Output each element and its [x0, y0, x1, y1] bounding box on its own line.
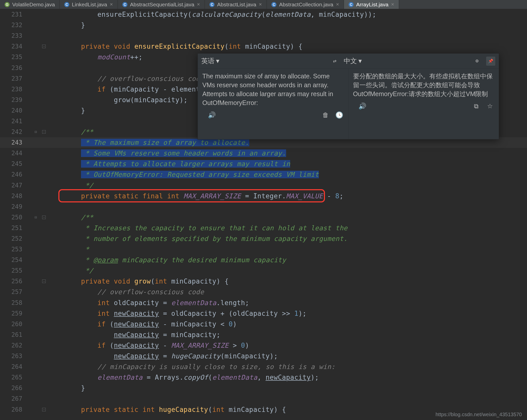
code-line[interactable]: 267 — [0, 393, 527, 404]
code-line[interactable]: 252 * number of elements specified by th… — [0, 233, 527, 244]
line-number: 243 — [0, 139, 30, 146]
trash-icon[interactable]: 🗑 — [321, 111, 330, 119]
code-content: newCapacity = hugeCapacity(minCapacity); — [48, 352, 278, 360]
line-number: 245 — [0, 160, 30, 167]
editor-tab[interactable]: CAbstractCollection.java✕ — [267, 0, 344, 9]
code-content: grow(minCapacity); — [48, 96, 188, 104]
line-number: 250 — [0, 214, 30, 221]
line-number: 242 — [0, 128, 30, 135]
editor-tab[interactable]: CArrayList.java✕ — [344, 0, 399, 9]
code-line[interactable]: 265 elementData = Arrays.copyOf(elementD… — [0, 372, 527, 383]
copy-icon[interactable]: ⧉ — [472, 102, 481, 110]
code-line[interactable]: 256− private void grow(int minCapacity) … — [0, 276, 527, 287]
close-icon[interactable]: ✕ — [110, 2, 113, 7]
editor-tabbar: GVolatileDemo.javaCLinkedList.java✕CAbst… — [0, 0, 527, 9]
code-line[interactable]: 253 * — [0, 244, 527, 255]
code-content: } — [48, 384, 85, 392]
fold-toggle-icon[interactable]: − — [42, 279, 46, 283]
editor-tab[interactable]: CAbstractList.java✕ — [205, 0, 267, 9]
line-number: 258 — [0, 299, 30, 306]
speaker-icon[interactable]: 🔊 — [207, 111, 216, 119]
fold-toggle-icon[interactable]: − — [42, 130, 46, 134]
code-line[interactable]: 251 * Increases the capacity to ensure t… — [0, 223, 527, 233]
star-icon[interactable]: ☆ — [486, 102, 494, 110]
code-line[interactable]: 250⊟− /** — [0, 212, 527, 223]
code-content: if (newCapacity - MAX_ARRAY_SIZE > 0) — [48, 342, 249, 349]
code-line[interactable]: 248 private static final int MAX_ARRAY_S… — [0, 191, 527, 201]
history-icon[interactable]: 🕓 — [335, 111, 344, 119]
code-line[interactable]: 254 * @param minCapacity the desired min… — [0, 255, 527, 265]
gear-icon[interactable]: ⚙ — [472, 57, 482, 66]
line-number: 236 — [0, 64, 30, 72]
source-language-selector[interactable]: 英语▾ — [201, 57, 219, 65]
code-line[interactable]: 258 int oldCapacity = elementData.length… — [0, 298, 527, 308]
fold-toggle-icon[interactable]: − — [42, 216, 46, 219]
code-content: * Attempts to allocate larger arrays may… — [48, 160, 290, 168]
editor-tab[interactable]: CAbstractSequentialList.java✕ — [118, 0, 205, 9]
code-line[interactable]: 255 */ — [0, 265, 527, 276]
code-content: /** — [48, 128, 93, 136]
code-content: * number of elements specified by the mi… — [48, 235, 348, 242]
code-line[interactable]: 260 if (newCapacity - minCapacity < 0) — [0, 319, 527, 329]
tab-label: LinkedList.java — [72, 2, 107, 8]
code-line[interactable]: 262 if (newCapacity - MAX_ARRAY_SIZE > 0… — [0, 340, 527, 351]
code-line[interactable]: 266 } — [0, 383, 527, 393]
java-file-icon: C — [349, 2, 354, 7]
editor-tab[interactable]: CLinkedList.java✕ — [60, 0, 118, 9]
code-line[interactable]: 232 } — [0, 20, 527, 30]
code-content: elementData = Arrays.copyOf(elementData,… — [48, 374, 319, 381]
code-line[interactable]: 261 newCapacity = minCapacity; — [0, 329, 527, 340]
code-content: private void grow(int minCapacity) { — [48, 277, 229, 285]
code-line[interactable]: 245 * Attempts to allocate larger arrays… — [0, 159, 527, 169]
code-line[interactable]: 233 — [0, 30, 527, 41]
code-content: * @param minCapacity the desired minimum… — [48, 256, 286, 264]
code-content: */ — [48, 182, 93, 189]
tab-label: AbstractCollection.java — [279, 2, 333, 8]
tab-label: AbstractList.java — [217, 2, 256, 8]
code-content: * OutOfMemoryError: Requested array size… — [48, 171, 319, 178]
target-language-label: 中文 — [344, 57, 357, 65]
code-content: int newCapacity = oldCapacity + (oldCapa… — [48, 310, 307, 317]
line-number: 241 — [0, 118, 30, 125]
code-line[interactable]: 259 int newCapacity = oldCapacity + (old… — [0, 308, 527, 319]
line-number: 231 — [0, 11, 30, 18]
code-line[interactable]: 263 newCapacity = hugeCapacity(minCapaci… — [0, 351, 527, 361]
code-line[interactable]: 257 // overflow-conscious code — [0, 287, 527, 297]
code-line[interactable]: 247 */ — [0, 180, 527, 191]
translation-popup-header: 英语▾ ⇄ 中文▾ ⚙ 📌 — [198, 54, 499, 69]
line-number: 238 — [0, 86, 30, 93]
close-icon[interactable]: ✕ — [391, 2, 394, 7]
line-number: 263 — [0, 353, 30, 360]
line-number: 240 — [0, 107, 30, 114]
line-number: 268 — [0, 406, 30, 413]
code-line[interactable]: 249 — [0, 201, 527, 212]
code-content: private void ensureExplicitCapacity(int … — [48, 43, 303, 50]
swap-languages-icon[interactable]: ⇄ — [330, 57, 339, 66]
close-icon[interactable]: ✕ — [197, 2, 200, 7]
pin-icon[interactable]: 📌 — [486, 57, 495, 66]
source-language-label: 英语 — [201, 57, 215, 65]
speaker-icon[interactable]: 🔊 — [358, 102, 367, 110]
fold-toggle-icon[interactable]: − — [42, 408, 46, 411]
code-line[interactable]: 234− private void ensureExplicitCapacity… — [0, 41, 527, 52]
target-language-selector[interactable]: 中文▾ — [344, 57, 362, 65]
close-icon[interactable]: ✕ — [259, 2, 262, 7]
code-line[interactable]: 246 * OutOfMemoryError: Requested array … — [0, 169, 527, 180]
code-line[interactable]: 244 * Some VMs reserve some header words… — [0, 148, 527, 159]
code-content: private static int hugeCapacity(int minC… — [48, 406, 286, 413]
code-content: if (minCapacity - elementData — [48, 85, 216, 93]
code-line[interactable]: 231 ensureExplicitCapacity(calculateCapa… — [0, 9, 527, 20]
close-icon[interactable]: ✕ — [336, 2, 339, 7]
code-content: * The maximum size of array to allocate. — [48, 139, 249, 146]
fold-region-icon[interactable]: ⊟ — [35, 130, 37, 134]
line-number: 244 — [0, 150, 30, 157]
code-content: } — [48, 21, 85, 29]
fold-toggle-icon[interactable]: − — [42, 45, 46, 48]
fold-region-icon[interactable]: ⊟ — [35, 215, 37, 220]
java-file-icon: C — [271, 2, 276, 7]
editor-tab[interactable]: GVolatileDemo.java — [0, 0, 60, 9]
code-content: } — [48, 107, 85, 114]
java-file-icon: C — [64, 2, 69, 7]
code-line[interactable]: 264 // minCapacity is usually close to s… — [0, 361, 527, 372]
code-content: // overflow-conscious code — [48, 75, 204, 82]
